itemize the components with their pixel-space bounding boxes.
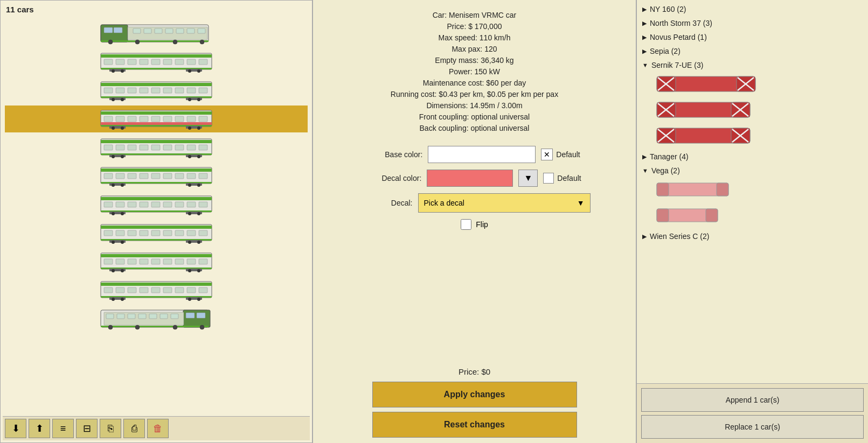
car-item[interactable] [5,106,308,132]
base-color-picker[interactable] [428,146,536,163]
car-item[interactable] [5,48,308,75]
running-cost-value: $0.43 per km, $0.05 per km per pax [439,90,558,99]
left-panel: 11 cars ⬇ ⬆ ≡ ⊟ ⎘ ⎙ 🗑 [0,0,313,443]
group-arrow-icon: ▶ [642,6,647,13]
vehicle-thumbnail[interactable] [656,179,729,202]
svg-point-71 [197,126,200,130]
svg-rect-20 [116,59,124,65]
svg-point-88 [188,155,191,158]
vehicle-thumbnail[interactable] [656,205,718,228]
decal-color-checkbox[interactable] [543,173,554,184]
vehicle-group-header[interactable]: ▶North Storm 37 (3) [640,17,865,29]
grid-view-button[interactable]: ⊟ [76,419,98,438]
vehicle-group-header[interactable]: ▶Novus Petard (1) [640,31,865,43]
decal-color-default: Default [543,173,581,184]
svg-rect-131 [140,230,148,236]
svg-point-32 [121,69,124,73]
decal-color-row: Decal color: ▼ Default [367,170,581,187]
svg-point-70 [188,126,191,130]
car-item[interactable] [5,134,308,161]
flip-row: Flip [461,219,488,230]
vehicle-group-header[interactable]: ▶NY 160 (2) [640,3,865,15]
svg-rect-6 [144,29,151,33]
svg-rect-99 [187,173,196,179]
car-count: 11 cars [3,3,310,16]
back-coupling-label: Back coupling: [420,124,469,132]
svg-point-160 [188,269,191,272]
base-color-default-label: Default [556,150,580,159]
svg-rect-18 [101,54,212,58]
car-item[interactable] [5,20,308,47]
right-panel-buttons: Append 1 car(s) Replace 1 car(s) [637,383,868,443]
copy-button[interactable]: ⎘ [100,419,121,438]
car-item[interactable] [5,248,308,275]
decal-dropdown[interactable]: Pick a decal ▼ [418,193,591,213]
group-name: Vega (2) [651,166,680,175]
svg-rect-76 [128,145,136,150]
car-item[interactable] [5,77,308,104]
maintenance-cost-value: $60 per day [486,79,526,87]
svg-rect-4 [114,27,122,33]
empty-mass-row: Empty mass: 36,340 kg [435,56,513,65]
svg-point-158 [112,269,115,272]
power-row: Power: 150 kW [449,67,500,76]
vehicle-thumbnail[interactable] [656,125,751,149]
flip-checkbox[interactable] [461,219,471,230]
svg-rect-11 [198,29,205,33]
car-item[interactable] [5,220,308,247]
delete-button[interactable]: 🗑 [147,419,169,438]
svg-rect-25 [175,59,184,65]
group-name: North Storm 37 (3) [650,19,712,27]
price-row: Price: $ 170,000 [447,22,502,31]
car-item[interactable] [5,277,308,304]
vehicle-list: ▶NY 160 (2)▶North Storm 37 (3)▶Novus Pet… [637,0,868,383]
paste-button[interactable]: ⎙ [123,419,145,438]
reset-changes-button[interactable]: Reset changes [372,412,577,438]
move-down-button[interactable]: ⬇ [5,419,26,438]
max-speed-label: Max speed: [439,33,477,42]
svg-rect-60 [163,116,172,122]
vehicle-group-header[interactable]: ▶Tanager (4) [640,151,865,163]
car-item[interactable] [5,305,308,332]
power-label: Power: [449,67,473,76]
main-container: 11 cars ⬇ ⬆ ≡ ⊟ ⎘ ⎙ 🗑 Car: Menisem VRMC … [0,0,868,443]
svg-rect-24 [163,59,172,65]
vehicle-group-header[interactable]: ▼Sernik 7-UE (3) [640,59,865,71]
decal-color-picker[interactable] [427,170,513,187]
replace-car-button[interactable]: Replace 1 car(s) [641,415,864,439]
list-view-button[interactable]: ≡ [52,419,74,438]
car-item[interactable] [5,163,308,189]
vehicle-thumbnail[interactable] [656,99,751,123]
vehicle-group-header[interactable]: ▶Sepia (2) [640,45,865,57]
apply-changes-button[interactable]: Apply changes [372,382,577,407]
decal-color-dropdown-button[interactable]: ▼ [518,170,538,187]
svg-point-196 [200,325,204,329]
svg-rect-93 [116,173,124,179]
svg-rect-45 [199,88,207,93]
max-speed-row: Max speed: 110 km/h [439,33,511,42]
svg-rect-97 [163,173,172,179]
svg-point-141 [121,241,124,244]
svg-rect-220 [717,183,728,196]
vehicle-group-header[interactable]: ▼Vega (2) [640,165,865,177]
front-coupling-value: optional universal [471,112,530,121]
svg-point-140 [112,241,115,244]
svg-rect-40 [140,88,148,93]
svg-rect-111 [116,202,124,207]
vehicle-group: ▶North Storm 37 (3) [640,17,865,29]
svg-rect-192 [101,326,209,327]
svg-rect-57 [128,116,136,122]
svg-rect-41 [151,88,160,93]
group-arrow-icon: ▶ [642,34,647,41]
svg-rect-169 [163,287,172,293]
svg-rect-129 [116,230,124,236]
vehicle-thumbnail[interactable] [656,73,756,97]
svg-rect-118 [199,202,207,207]
move-up-button[interactable]: ⬆ [29,419,50,438]
svg-point-87 [121,155,124,158]
base-color-x-checkbox[interactable]: ✕ [541,149,553,160]
car-item[interactable] [5,191,308,218]
append-car-button[interactable]: Append 1 car(s) [641,388,864,412]
running-cost-row: Running cost: $0.43 per km, $0.05 per km… [391,90,558,99]
vehicle-group-header[interactable]: ▶Wien Series C (2) [640,230,865,242]
